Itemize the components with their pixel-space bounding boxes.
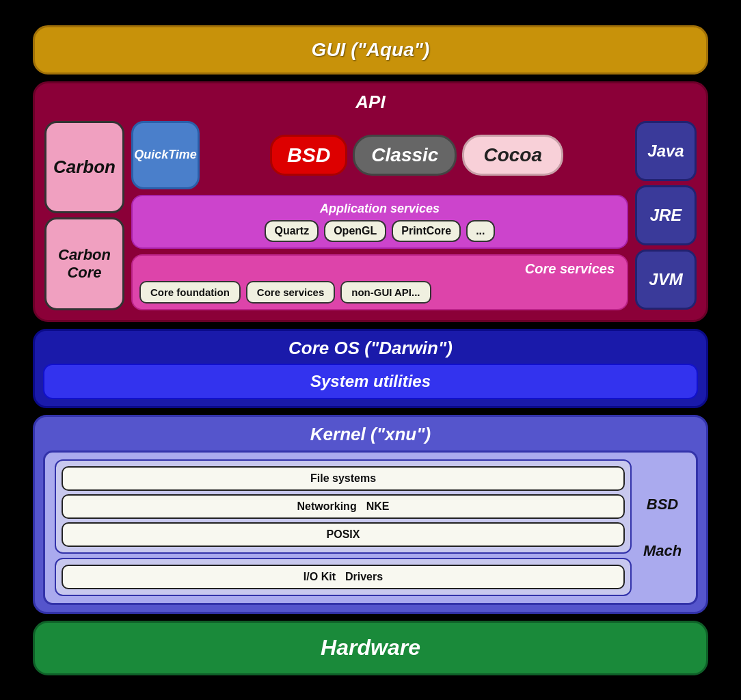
core-foundation-pill: Core foundation [139,281,241,304]
coreos-container: Core OS ("Darwin") System utilities [33,329,708,408]
kernel-inner: File systems Networking NKE POSIX I/O Ki… [43,450,698,605]
networking-nke-bar: Networking NKE [62,494,625,519]
printcore-pill: PrintCore [392,220,461,242]
java-box: Java [635,121,697,181]
java-column: Java JRE JVM [635,121,697,310]
app-services-title: Application services [139,202,620,216]
app-services-layer: Application services Quartz OpenGL Print… [131,195,628,249]
hardware-layer: Hardware [33,621,708,675]
cocoa-box: Cocoa [462,135,563,176]
middle-column: QuickTime BSD Classic Cocoa [131,121,628,310]
jvm-box: JVM [635,250,697,310]
core-services-layer: Core services Core foundation Core servi… [131,254,628,310]
api-inner: Carbon Carbon Core QuickTime BSD [44,121,697,310]
file-systems-bar: File systems [62,466,625,491]
classic-box: Classic [353,135,457,176]
diagram: GUI ("Aqua") API Carbon Carbon Core Quic… [22,14,719,686]
opengl-pill: OpenGL [324,220,386,242]
mach-label: Mach [643,542,682,560]
iokit-drivers-bar: I/O Kit Drivers [62,565,625,589]
system-utils-bar: System utilities [43,364,698,399]
kernel-container: Kernel ("xnu") File systems Networking N… [33,415,708,614]
quicktime-box: QuickTime [131,121,200,189]
top-row: QuickTime BSD Classic Cocoa [131,121,628,189]
core-services-items: Core foundation Core services non-GUI AP… [139,281,620,304]
app-services-items: Quartz OpenGL PrintCore ... [139,220,620,242]
kernel-title: Kernel ("xnu") [43,424,698,445]
ellipsis-pill: ... [466,220,494,242]
carbon-column: Carbon Carbon Core [44,121,124,310]
kernel-right: BSD Mach [638,459,686,596]
bsd-kernel-label: BSD [647,496,678,513]
carbon-box: Carbon [44,121,124,214]
quartz-pill: Quartz [265,220,319,242]
coreos-title: Core OS ("Darwin") [43,338,698,359]
api-container: API Carbon Carbon Core QuickTime [33,81,708,322]
kernel-left: File systems Networking NKE POSIX I/O Ki… [55,459,632,596]
carbon-core-box: Carbon Core [44,217,124,310]
jre-box: JRE [635,185,697,245]
posix-bar: POSIX [62,522,625,547]
bsd-api-box: BSD [270,135,347,176]
gui-label: GUI ("Aqua") [312,39,430,61]
core-services-title: Core services [139,261,620,277]
core-services-pill: Core services [246,281,335,304]
gui-layer: GUI ("Aqua") [33,25,708,75]
non-gui-pill: non-GUI API... [340,281,431,304]
api-title: API [44,92,697,113]
